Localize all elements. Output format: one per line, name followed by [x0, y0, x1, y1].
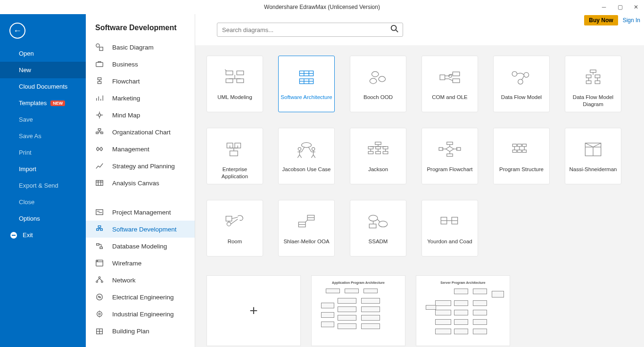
- tile-data-flow-model-diagram[interactable]: Data Flow Model Diagram: [565, 56, 621, 112]
- category-strategy-and-planning[interactable]: Strategy and Planning: [86, 157, 195, 174]
- software-icon: [95, 225, 104, 233]
- tile-label: Yourdon and Coad: [425, 238, 474, 245]
- juc-icon: [295, 138, 318, 161]
- tile-uml-modeling[interactable]: UML Modeling: [206, 56, 263, 112]
- category-label: Wireframe: [112, 260, 141, 267]
- buy-now-button[interactable]: Buy Now: [584, 15, 618, 25]
- category-electrical-engineering[interactable]: Electrical Engineering: [86, 289, 195, 306]
- svg-line-105: [311, 155, 313, 157]
- minimize-button[interactable]: ─: [596, 0, 612, 14]
- category-management[interactable]: Management: [86, 140, 195, 157]
- svg-line-108: [308, 147, 311, 152]
- sidebar-item-open[interactable]: Open: [0, 45, 86, 62]
- category-building-plan[interactable]: Building Plan: [86, 322, 195, 339]
- sidebar-item-export-send[interactable]: Export & Send: [0, 177, 86, 194]
- svg-rect-17: [96, 132, 99, 134]
- tile-label: Data Flow Model Diagram: [565, 94, 621, 108]
- svg-point-145: [227, 222, 231, 226]
- category-database-modeling[interactable]: Database Modeling: [86, 238, 195, 255]
- category-analysis-canvas[interactable]: Analysis Canvas: [86, 174, 195, 191]
- sidebar-item-options[interactable]: Options: [0, 210, 86, 227]
- svg-rect-59: [226, 79, 233, 83]
- svg-rect-132: [522, 144, 526, 147]
- maximize-button[interactable]: ▢: [612, 0, 628, 14]
- category-flowchart[interactable]: Flowchart: [86, 73, 195, 90]
- sidebar-item-print[interactable]: Print: [0, 144, 86, 161]
- svg-rect-4: [98, 82, 101, 84]
- svg-rect-3: [98, 78, 101, 80]
- template-preview-2[interactable]: Server Program Architecture: [416, 275, 510, 346]
- svg-rect-135: [522, 150, 526, 152]
- tile-com-and-ole[interactable]: COM and OLE: [421, 56, 478, 112]
- dfm-icon: [510, 66, 533, 89]
- project-icon: [95, 208, 104, 216]
- category-software-development[interactable]: Software Development: [86, 221, 195, 238]
- sidebar-item-save[interactable]: Save: [0, 111, 86, 128]
- sidebar-item-exit[interactable]: Exit: [0, 227, 86, 243]
- close-button[interactable]: ✕: [628, 0, 644, 14]
- category-label: Building Plan: [112, 328, 149, 335]
- svg-rect-21: [96, 181, 103, 186]
- svg-rect-31: [97, 229, 99, 231]
- tile-label: Booch OOD: [362, 94, 395, 101]
- tile-data-flow-model[interactable]: Data Flow Model: [493, 56, 550, 112]
- svg-point-42: [101, 281, 103, 283]
- tile-nassi-shneiderman[interactable]: Nassi-Shneiderman: [565, 128, 621, 184]
- template-blank[interactable]: +: [206, 275, 301, 346]
- titlebar: Wondershare EdrawMax (Unlicensed Version…: [0, 0, 644, 14]
- svg-point-9: [98, 114, 100, 116]
- elec-icon: [95, 293, 104, 301]
- tile-jackson[interactable]: Jackson: [350, 128, 406, 184]
- tile-yourdon-and-coad[interactable]: Yourdon and Coad: [421, 200, 478, 256]
- category-mind-map[interactable]: Mind Map: [86, 107, 195, 124]
- tile-ssadm[interactable]: SSADM: [350, 200, 406, 256]
- tile-program-flowchart[interactable]: Program Flowchart: [421, 128, 478, 184]
- category-wireframe[interactable]: Wireframe: [86, 255, 195, 272]
- tile-booch-ood[interactable]: Booch OOD: [350, 56, 406, 112]
- search-icon[interactable]: [390, 25, 399, 35]
- sidebar-item-label: Save As: [19, 132, 41, 140]
- category-label: Mind Map: [112, 112, 140, 119]
- sidebar-item-templates[interactable]: TemplatesNEW: [0, 95, 86, 111]
- search-box[interactable]: [217, 23, 403, 37]
- tile-jacobson-use-case[interactable]: Jacobson Use Case: [278, 128, 335, 184]
- back-button[interactable]: ←: [9, 23, 25, 39]
- tile-program-structure[interactable]: Program Structure: [493, 128, 550, 184]
- sidebar-item-cloud-documents[interactable]: Cloud Documents: [0, 78, 86, 95]
- tile-label: Nassi-Shneiderman: [568, 166, 619, 173]
- category-network[interactable]: Network: [86, 272, 195, 289]
- category-project-management[interactable]: Project Management: [86, 204, 195, 221]
- tile-software-architecture[interactable]: Software Architecture: [278, 56, 335, 112]
- category-label: Project Management: [112, 209, 171, 216]
- sidebar-item-close[interactable]: Close: [0, 194, 86, 210]
- sidebar-item-import[interactable]: Import: [0, 161, 86, 177]
- tile-room[interactable]: Room: [206, 200, 263, 256]
- svg-rect-113: [376, 147, 380, 149]
- sidebar-item-label: Export & Send: [19, 182, 58, 189]
- category-organizational-chart[interactable]: Organizational Chart: [86, 124, 195, 140]
- sidebar-item-save-as[interactable]: Save As: [0, 128, 86, 144]
- db-icon: [95, 242, 104, 250]
- category-label: Organizational Chart: [112, 129, 171, 136]
- file-menu-sidebar: ← OpenNewCloud DocumentsTemplatesNEWSave…: [0, 14, 86, 347]
- search-input[interactable]: [222, 26, 390, 33]
- wire-icon: [95, 259, 104, 267]
- mindmap-icon: [95, 111, 104, 119]
- template-preview-1[interactable]: Application Program Architecture: [311, 275, 405, 346]
- svg-line-153: [305, 220, 307, 222]
- category-basic-diagram[interactable]: Basic Diagram: [86, 39, 195, 56]
- tile-enterprise-application[interactable]: Enterprise Application: [206, 128, 263, 184]
- sidebar-item-label: Templates: [19, 99, 47, 107]
- top-right-actions: Buy Now Sign In: [584, 15, 640, 25]
- category-industrial-engineering[interactable]: Industrial Engineering: [86, 306, 195, 322]
- svg-rect-60: [237, 79, 244, 83]
- jackson-icon: [366, 138, 390, 161]
- category-business[interactable]: Business: [86, 56, 195, 73]
- tile-label: Program Flowchart: [425, 166, 474, 173]
- category-scroll[interactable]: Basic DiagramBusinessFlowchartMarketingM…: [86, 39, 195, 347]
- sign-in-link[interactable]: Sign In: [623, 17, 640, 24]
- sidebar-item-new[interactable]: New: [0, 62, 86, 78]
- category-marketing[interactable]: Marketing: [86, 90, 195, 107]
- tile-shlaer-mellor-ooa[interactable]: Shlaer-Mellor OOA: [278, 200, 335, 256]
- svg-rect-144: [226, 216, 232, 221]
